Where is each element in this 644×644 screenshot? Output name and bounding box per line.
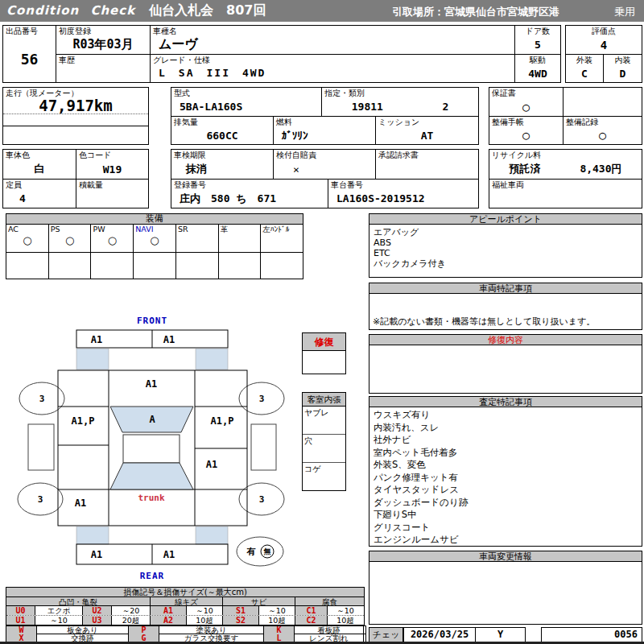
field-lot-number: 出品番号 56 [2, 25, 56, 83]
transmission-value: AT [376, 126, 478, 144]
field-welfare-vehicle: 福祉車両 [489, 179, 642, 208]
assessment-line: エンジンルームサビ [374, 534, 642, 547]
displacement-value: 660CC [171, 126, 273, 144]
legend-code: S2 [223, 616, 259, 625]
check-date-value: 2026/03/25 [404, 628, 475, 642]
legend-row-2: U1 ～10 U3 20超 A2 10超 S2 10超 C2 10超 [6, 616, 364, 625]
equipment-label-sr: SR [176, 225, 218, 233]
mileage-empty-row2 [3, 126, 148, 144]
capacity-value: 4 [3, 189, 76, 208]
panel-change-info: 車両変更情報 [369, 551, 642, 625]
assessment-line: グリスコート [374, 522, 642, 535]
legend-size: ～10 [328, 606, 363, 615]
legend-code: C1 [295, 606, 328, 615]
legend-size: ～20 [112, 606, 151, 615]
inspection-expiry-label: 車検期限 [171, 150, 273, 159]
class-number-value2: 2 [442, 101, 448, 113]
legend-section-corrosion: 腐食 [295, 597, 364, 606]
legend-section-rust: サビ [223, 597, 295, 606]
repair-mini-box: 修復 [302, 332, 346, 374]
front-bumper-right-mark: A1 [163, 334, 175, 345]
field-grade: グレード・仕様 L SA III 4WD [150, 54, 515, 83]
field-drive: 駆動 4WD [514, 54, 561, 83]
legend-code: C2 [295, 616, 328, 625]
appeal-points-title: アピールポイント [369, 214, 642, 225]
equipment-cell-ps: PS○ [49, 225, 92, 252]
appeal-line: ABS [374, 237, 642, 248]
recycle-fee-values: 預託済 8,430円 [489, 159, 642, 179]
tire-rear-right-mark: 3 [259, 494, 265, 505]
check-date-box: 2026/03/25 Y [403, 627, 526, 642]
mileage-empty-row1 [3, 114, 148, 126]
assessment-line: 外装S、変色 [374, 459, 642, 472]
equipment-row: AC○ PS○ PW○ NAVI○ SR 革 左ﾊﾝﾄﾞﾙ [6, 225, 303, 252]
recycle-fee-value: 8,430円 [580, 162, 621, 176]
chassis-number-label: 車台番号 [328, 180, 478, 189]
car-damage-diagram: FRONT 3 3 3 3 A1 A1 A1 A A1,P A1,P A1 A1… [8, 312, 298, 590]
insurance-label: 検付自賠責 [274, 150, 375, 159]
appeal-line: バックカメラ付き [374, 258, 642, 269]
front-label: FRONT [137, 316, 167, 326]
rear-window [110, 463, 193, 489]
field-recycle-fee: リサイクル料 預託済 8,430円 [489, 149, 642, 180]
legend-size: 10超 [187, 616, 223, 625]
legend-size: ～10 [35, 616, 83, 625]
equipment-label-lhd: 左ﾊﾝﾄﾞﾙ [261, 225, 303, 233]
color-code-label: 色コード [76, 150, 148, 159]
approval-request-label: 承認請求書 [376, 150, 478, 159]
rear-corner-left-shade [76, 526, 109, 544]
equipment-label-pw: PW [91, 225, 133, 233]
tire-front-right-mark: 3 [259, 394, 265, 404]
drive-label: 駆動 [515, 55, 560, 64]
mileage-label: 走行（現メーター） [3, 88, 78, 97]
exterior-grade-label: 外装 [566, 55, 603, 64]
legend-code: A1 [151, 606, 187, 615]
equipment-label-ps: PS [49, 225, 91, 233]
auction-title: 仙台入札会 807回 [149, 2, 266, 19]
repair-details-title: 修復内容 [369, 335, 642, 345]
equipment-title: 装備 [6, 214, 303, 225]
body-color-value: 白 [3, 159, 76, 179]
brand-logo: Condition Check [6, 3, 135, 18]
interior-row-tear: ヤブレ [303, 407, 345, 435]
interior-grade-label: 内装 [604, 55, 642, 64]
maintenance-record-label: 整備記録 [564, 117, 642, 126]
trunk-label: trunk [138, 493, 164, 503]
field-maintenance-record: 整備記録 ○ [563, 116, 642, 145]
model-name-label: 車種名 [151, 26, 514, 35]
warranty-book-value: ○ [489, 97, 563, 116]
field-class-number: 指定・類別 19811 2 [321, 87, 479, 117]
fuel-label: 燃料 [274, 117, 375, 126]
equipment-table: 装備 AC○ PS○ PW○ NAVI○ SR 革 左ﾊﾝﾄﾞﾙ [6, 213, 303, 279]
warranty-spare-value [564, 88, 642, 116]
left-rear-quarter-mark: A1 [75, 497, 86, 509]
legend-section-scratch: 線キズ [151, 597, 223, 606]
legend-code: A2 [151, 616, 187, 625]
front-fender-left-shade [76, 349, 109, 369]
grade-label: グレード・仕様 [151, 55, 514, 64]
equipment-label-leather: 革 [219, 225, 261, 233]
score-value: 4 [566, 35, 642, 54]
first-registration-value: R03年03月 [56, 35, 150, 54]
chassis-number-value: LA160S-2019512 [328, 189, 478, 208]
rear-corner-right-shade [196, 526, 228, 544]
approval-request-value [376, 159, 478, 179]
first-registration-label: 初度登録 [56, 26, 150, 35]
left-front-door-mark: A1,P [72, 415, 95, 427]
mileage-value: 47,917km [3, 97, 148, 114]
equipment-empty-cell [219, 253, 262, 279]
equipment-mark-ps: ○ [49, 233, 91, 252]
field-capacity: 定員 4 [2, 179, 76, 208]
appeal-line: ETC [374, 248, 642, 258]
check-number-value: 0056 [541, 627, 642, 642]
registration-number-value: 庄内 580 ち 671 [171, 189, 328, 208]
vehicle-notes-title: 車両特記事項 [369, 283, 642, 294]
field-displacement: 排気量 660CC [171, 116, 274, 145]
field-body-color: 車体色 白 [2, 149, 76, 180]
mirror-right [251, 424, 276, 470]
field-approval-request: 承認請求書 [375, 149, 479, 180]
equipment-cell-navi: NAVI○ [134, 225, 176, 252]
panel-assessment-notes: 査定特記事項 ウスキズ有り 内装汚れ、スレ 社外ナビ 室内ペット毛付着多 外装S… [369, 396, 642, 547]
class-number-values: 19811 2 [322, 97, 478, 116]
equipment-empty-cell [176, 253, 219, 279]
